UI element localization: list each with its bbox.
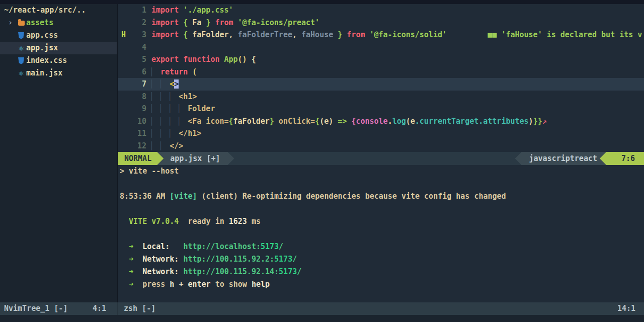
token-c: . [388, 117, 392, 126]
token-s: '@fa-icons/solid' [370, 30, 447, 39]
token-g: { [315, 117, 319, 126]
code-text: export function App() { [146, 53, 644, 66]
token-tn: (client) Re-optimizing dependencies beca… [197, 192, 506, 201]
code-text: ▏ ▏ <> [146, 78, 644, 91]
token-ub: 5173 [274, 255, 292, 264]
token-c: Fa [188, 18, 206, 27]
token-i: ▏ [151, 67, 156, 76]
tree-items: ›assetsapp.css⚛app.jsxindex.css⚛main.jsx [0, 17, 117, 79]
statusline: NORMAL app.jsx [+] javascriptreact 7:6 [118, 152, 644, 165]
token-c [179, 30, 183, 39]
sign-column [118, 103, 131, 115]
token-y: () [238, 55, 247, 64]
token-t: Folder [188, 104, 215, 113]
line-number: 10 [131, 115, 146, 128]
terminal-line-6 [118, 228, 644, 240]
tree-root-path[interactable]: ~/react-app/src/.. [0, 4, 117, 17]
code-line-9[interactable]: 9▏ ▏ ▏ ▏ Folder [118, 103, 644, 115]
sidebar-item-app.jsx[interactable]: ⚛app.jsx [0, 42, 117, 54]
code-line-12[interactable]: 12▏ ▏ </> [118, 140, 644, 152]
token-i: ▏ [179, 117, 183, 126]
statusline-filler [228, 152, 522, 165]
command-line[interactable] [0, 315, 644, 322]
sidebar-item-main.jsx[interactable]: ⚛main.jsx [0, 67, 117, 79]
terminal-buffer-name: zsh [-] [118, 302, 155, 315]
code-line-7[interactable]: 7▏ ▏ <> [118, 78, 644, 91]
token-c [233, 18, 238, 27]
harpoon-sign: H [118, 29, 131, 41]
sidebar-item-app.css[interactable]: app.css [0, 29, 117, 42]
token-c [447, 30, 488, 39]
token-k: from [215, 18, 233, 27]
token-d: faHouse [301, 30, 333, 39]
token-e: .currentTarget.attributes [415, 117, 529, 126]
code-text: ▏ ▏ ▏ ▏ <Fa icon={faFolder} onClick={(e)… [146, 115, 644, 128]
editor-window[interactable]: 1import './app.css'2import { Fa } from '… [118, 4, 644, 152]
token-i: ▏ [160, 79, 165, 89]
token-s: './app.css' [183, 6, 233, 15]
line-number: 2 [131, 17, 146, 29]
code-line-8[interactable]: 8▏ ▏ ▏ <h1> [118, 91, 644, 103]
terminal-cursor-position: 14:1 [617, 302, 644, 315]
code-text: import './app.css' [146, 4, 644, 17]
token-g: }} [533, 117, 542, 126]
terminal-line-7: ➜ Local: http://localhost:5173/ [118, 240, 644, 253]
code-line-5[interactable]: 5export function App() { [118, 53, 644, 66]
terminal-line-8: ➜ Network: http://100.115.92.2:5173/ [118, 253, 644, 266]
token-k: import [151, 18, 179, 27]
code-line-10[interactable]: 10▏ ▏ ▏ ▏ <Fa icon={faFolder} onClick={(… [118, 115, 644, 128]
token-wb: help [252, 280, 270, 289]
line-number: 9 [131, 103, 146, 115]
token-c [156, 141, 160, 150]
token-t: </> [170, 141, 183, 150]
code-line-2[interactable]: 2import { Fa } from '@fa-icons/preact' [118, 17, 644, 29]
token-tn: 8:53:36 AM [120, 192, 170, 201]
spacer [67, 302, 92, 315]
sign-column [118, 4, 131, 17]
token-c [179, 18, 183, 27]
token-i: ▏ [160, 104, 165, 113]
code-line-11[interactable]: 11▏ ▏ ▏ </h1> [118, 127, 644, 140]
line-number: 11 [131, 127, 146, 140]
window-top-padding [0, 0, 644, 4]
code-text: import { Fa } from '@fa-icons/preact' [146, 17, 644, 29]
statusline-mode: NORMAL [118, 152, 164, 165]
token-c [165, 79, 170, 89]
code-line-6[interactable]: 6▏ return ( [118, 66, 644, 78]
code-line-3[interactable]: H3import { faFolder, faFolderTree, faHou… [118, 29, 644, 41]
token-ar: ➜ [120, 255, 133, 264]
token-tn: > vite --host [120, 167, 179, 176]
token-wb: Network: [133, 255, 179, 264]
token-diag: ■■ 'faHouse' is declared but its v [488, 30, 642, 39]
token-ug: http://100.115.92.2: [179, 255, 274, 264]
token-x: > [174, 79, 179, 89]
sidebar-item-assets[interactable]: ›assets [0, 17, 117, 29]
token-r: ↗ [542, 117, 547, 126]
token-wb: Network: [133, 267, 179, 276]
token-c [174, 129, 179, 138]
token-ug: / [297, 267, 301, 276]
terminal-window[interactable]: > vite --host8:53:36 AM [vite] (client) … [118, 165, 644, 302]
token-c [165, 104, 170, 113]
css3-icon [16, 29, 26, 42]
folder-icon [16, 17, 26, 29]
token-c [174, 104, 179, 113]
react-icon: ⚛ [16, 42, 26, 54]
token-g: { [229, 117, 233, 126]
sidebar-item-index.css[interactable]: index.css [0, 54, 117, 67]
token-g: { [183, 30, 188, 39]
token-t: <Fa icon= [188, 117, 228, 126]
terminal-line-3: 8:53:36 AM [vite] (client) Re-optimizing… [118, 190, 644, 203]
sign-column [118, 53, 131, 66]
token-k: from [347, 30, 365, 39]
token-i: ▏ [170, 129, 174, 138]
token-s: '@fa-icons/preact' [238, 18, 320, 27]
line-number: 1 [131, 4, 146, 17]
nvimtree-buffer-name: NvimTree_1 [-] [0, 302, 67, 315]
token-i: ▏ [160, 141, 165, 150]
code-line-4[interactable]: 4 [118, 41, 644, 54]
token-c: , [292, 30, 301, 39]
code-line-1[interactable]: 1import './app.css' [118, 4, 644, 17]
token-t: </h1> [179, 129, 201, 138]
token-i: ▏ [170, 92, 174, 101]
